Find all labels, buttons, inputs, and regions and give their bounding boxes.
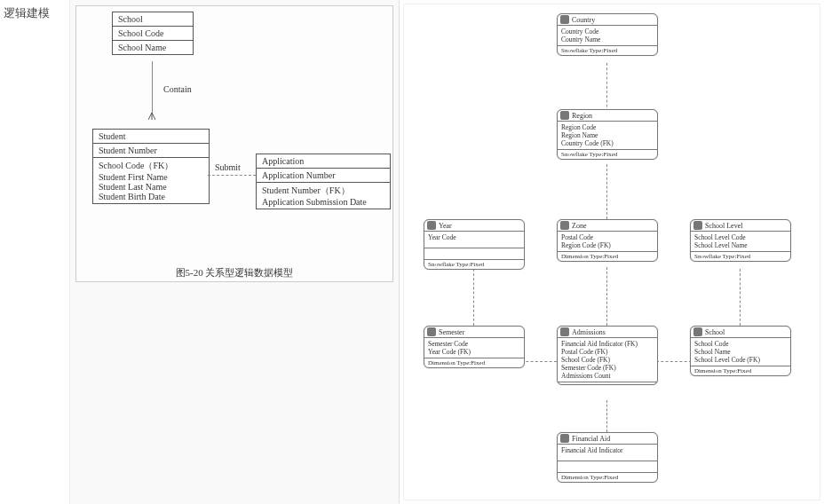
attr: Financial Aid Indicator [561,446,654,454]
fact-admissions-title: Admissions [572,328,606,336]
dim-country-foot: Snowflake Type:Fixed [558,46,657,55]
dim-schoollevel-title: School Level [705,222,742,230]
cube-icon [693,327,702,336]
attr: School Code (FK) [561,356,654,364]
attr: Region Code [561,123,654,131]
globe-icon [560,111,569,120]
table-icon [560,327,569,336]
entity-student-attrs: School Code（FK） Student First Name Stude… [93,158,209,203]
dim-region: Region Region Code Region Name Country C… [557,109,658,160]
conn-admissions-finaid [606,400,607,432]
attr: Region Name [561,131,654,139]
dim-zone: Zone Postal Code Region Code (FK) Dimens… [557,219,658,262]
dim-schoollevel: School Level School Level Code School Le… [690,219,791,262]
entity-student-pk: Student Number [93,144,209,158]
attr: School Level Code (FK) [694,356,787,364]
dimensional-diagram: Country Country Code Country Name Snowfl… [403,4,820,500]
dim-financialaid-foot: Dimension Type:Fixed [558,473,657,482]
dim-semester-title: Semester [439,328,464,336]
dim-schoollevel-foot: Snowflake Type:Fixed [691,252,790,261]
rel-student-app-line [208,175,256,176]
attr: Student Last Name [99,182,203,192]
attr: Student Birth Date [99,192,203,201]
attr: School Level Code [694,233,787,241]
conn-year-semester [473,269,474,326]
dim-financialaid-title: Financial Aid [572,435,610,443]
entity-school-attrs: School Name [113,41,193,54]
attr: Postal Code [561,233,654,241]
dim-school-attrs: School Code School Name School Level Cod… [691,338,790,366]
cube-icon [427,221,436,230]
attr: Country Code [561,28,654,35]
attr: Country Name [561,35,654,43]
attr: School Name [694,348,787,356]
attr: Student First Name [99,172,203,182]
dim-country-attrs: Country Code Country Name [558,26,657,46]
fact-admissions-foot [558,382,657,384]
attr: Application Submission Date [262,197,384,207]
dim-financialaid-attrs: Financial Aid Indicator [558,445,657,461]
attr: Admissions Count [561,372,654,380]
entity-application-title: Application [257,154,390,169]
section-label: 逻辑建模 [0,0,70,504]
conn-region-zone [606,164,607,219]
conn-zone-admissions [606,267,607,326]
fact-admissions-attrs: Financial Aid Indicator (FK) Postal Code… [558,338,657,382]
left-panel: School School Code School Name Contain S… [70,0,400,504]
dim-semester-foot: Dimension Type:Fixed [424,358,524,367]
dim-semester-attrs: Semester Code Year Code (FK) [424,338,524,358]
entity-school-title: School [113,12,193,27]
rel-school-student-line [152,61,153,114]
globe-icon [560,15,569,24]
attr: Financial Aid Indicator (FK) [561,340,654,348]
rel-contain-label: Contain [163,84,192,94]
dim-country-title: Country [572,16,595,24]
attr: Year Code (FK) [428,348,520,356]
attr: Student Number（FK） [262,185,384,197]
entity-application-attrs: Student Number（FK） Application Submissio… [257,183,390,209]
conn-country-region [606,63,607,116]
dim-zone-foot: Dimension Type:Fixed [558,252,657,261]
entity-student-title: Student [93,130,209,144]
entity-school-pk: School Code [113,27,193,41]
attr: School Name [118,43,187,52]
entity-school: School School Code School Name [112,12,194,55]
dim-region-attrs: Region Code Region Name Country Code (FK… [558,122,657,150]
dim-school-foot: Dimension Type:Fixed [691,366,790,375]
dim-year-title: Year [439,222,452,230]
conn-school-admissions [656,361,692,362]
attr: Semester Code (FK) [561,364,654,372]
attr: School Level Name [694,241,787,249]
cube-icon [427,327,436,336]
attr: Country Code (FK) [561,139,654,147]
dim-school-title: School [705,328,725,336]
left-caption: 图5-20 关系型逻辑数据模型 [76,266,392,280]
crowfoot-icon [148,111,155,118]
dim-year-foot: Snowflake Type:Fixed [424,260,524,269]
dim-zone-attrs: Postal Code Region Code (FK) [558,232,657,252]
attr: Semester Code [428,340,520,348]
dim-year-attrs: Year Code [424,232,524,248]
attr: Postal Code (FK) [561,348,654,356]
attr: Year Code [428,233,520,241]
attr: School Code（FK） [99,160,203,172]
entity-application: Application Application Number Student N… [256,154,391,209]
rel-submit-label: Submit [215,162,241,172]
fact-admissions: Admissions Financial Aid Indicator (FK) … [557,326,658,385]
dim-schoollevel-attrs: School Level Code School Level Name [691,232,790,252]
attr: Region Code (FK) [561,241,654,249]
er-diagram: School School Code School Name Contain S… [75,5,393,282]
cube-icon [560,434,569,443]
entity-application-pk: Application Number [257,169,390,183]
dim-school: School School Code School Name School Le… [690,326,791,376]
page: 逻辑建模 School School Code School Name Cont… [0,0,824,504]
dim-semester: Semester Semester Code Year Code (FK) Di… [424,326,525,368]
dim-zone-title: Zone [572,222,586,230]
conn-level-school [740,269,741,326]
entity-student: Student Student Number School Code（FK） S… [92,129,210,204]
cube-icon [560,221,569,230]
dim-country: Country Country Code Country Name Snowfl… [557,13,658,56]
attr: School Code [694,340,787,348]
conn-semester-admissions [521,361,557,362]
dim-year: Year Year Code Snowflake Type:Fixed [424,219,525,270]
